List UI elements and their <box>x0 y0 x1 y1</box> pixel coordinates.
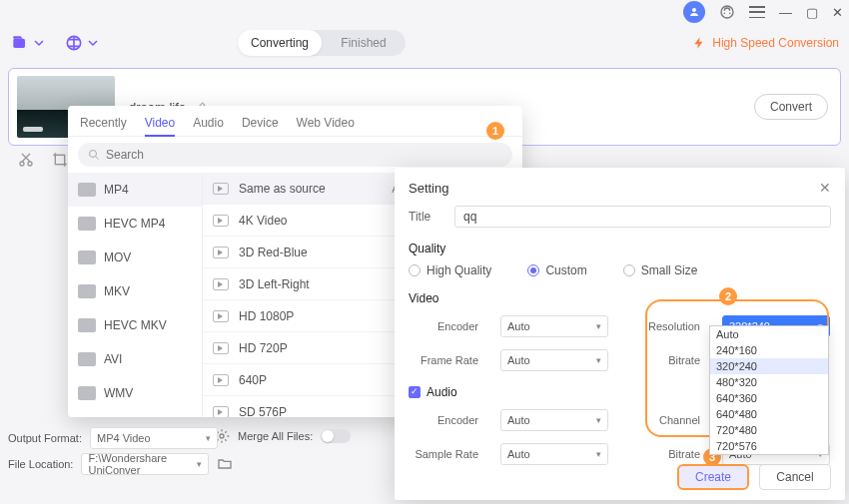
tab-recently[interactable]: Recently <box>80 116 127 130</box>
radio-custom[interactable]: Custom <box>527 263 586 277</box>
tab-audio[interactable]: Audio <box>193 116 224 130</box>
file-location-select[interactable]: F:\Wondershare UniConver▾ <box>81 453 209 475</box>
resolution-option[interactable]: 640*360 <box>710 390 828 406</box>
tab-device[interactable]: Device <box>242 116 279 130</box>
resolution-option[interactable]: Auto <box>710 326 828 342</box>
title-field-label: Title <box>409 210 444 224</box>
sidebar-item-wmv[interactable]: WMV <box>68 376 202 410</box>
tab-web-video[interactable]: Web Video <box>297 116 355 130</box>
main-toolbar: Converting Finished High Speed Conversio… <box>0 24 849 62</box>
callout-badge-1: 1 <box>486 122 504 140</box>
radio-high-quality[interactable]: High Quality <box>409 263 491 277</box>
media-item-tools <box>18 152 68 168</box>
resolution-option[interactable]: 240*160 <box>710 342 828 358</box>
framerate-label: Frame Rate <box>409 354 478 366</box>
radio-small-size[interactable]: Small Size <box>623 263 698 277</box>
file-location-label: File Location: <box>8 458 73 470</box>
audio-section-label: Audio <box>426 385 457 399</box>
tab-finished[interactable]: Finished <box>322 30 406 56</box>
sidebar-item-mov[interactable]: MOV <box>68 241 202 274</box>
preset-label: SD 576P <box>239 405 287 418</box>
video-section-label: Video <box>409 291 831 305</box>
window-maximize-button[interactable]: ▢ <box>806 5 818 20</box>
window-titlebar: — ▢ ✕ <box>0 0 849 24</box>
chevron-down-icon <box>34 38 44 48</box>
preset-icon <box>213 406 229 418</box>
resolution-label: Resolution <box>630 320 700 332</box>
select-value: Auto <box>507 354 530 366</box>
sidebar-item-label: WMV <box>104 386 133 400</box>
svg-point-5 <box>28 162 32 166</box>
chevron-down-icon <box>88 38 98 48</box>
svg-point-0 <box>692 8 696 12</box>
sidebar-item-hevc-mp4[interactable]: HEVC MP4 <box>68 207 202 241</box>
preset-label: Same as source <box>239 182 326 196</box>
select-value: Auto <box>507 448 530 460</box>
preset-label: 4K Video <box>239 214 288 228</box>
audio-encoder-select[interactable]: Auto▾ <box>500 409 608 431</box>
format-category-tabs: Recently Video Audio Device Web Video <box>68 106 522 137</box>
sidebar-item-mp4[interactable]: MP4 <box>68 173 202 207</box>
preset-label: 3D Red-Blue <box>239 246 308 259</box>
callout-badge-2: 2 <box>719 287 737 305</box>
user-avatar-button[interactable] <box>683 1 705 23</box>
preset-label: HD 1080P <box>239 309 294 323</box>
sidebar-item-label: HEVC MKV <box>104 318 167 332</box>
output-format-select[interactable]: MP4 Video▾ <box>90 427 218 449</box>
add-file-button[interactable] <box>10 33 44 53</box>
framerate-select[interactable]: Auto▾ <box>500 349 608 371</box>
samplerate-label: Sample Rate <box>409 448 478 460</box>
preset-label: 3D Left-Right <box>239 277 310 291</box>
file-location-value: F:\Wondershare UniConver <box>88 452 197 476</box>
svg-rect-2 <box>13 39 25 48</box>
search-icon <box>88 149 100 161</box>
sidebar-item-avi[interactable]: AVI <box>68 342 202 376</box>
svg-rect-6 <box>55 155 64 164</box>
hamburger-menu-icon[interactable] <box>749 6 765 18</box>
resolution-option[interactable]: 720*480 <box>710 422 828 438</box>
cancel-button[interactable]: Cancel <box>759 464 831 490</box>
tab-video[interactable]: Video <box>145 116 175 137</box>
sidebar-item-label: AVI <box>104 352 122 366</box>
preset-icon <box>213 278 229 290</box>
trim-icon[interactable] <box>18 152 34 168</box>
create-button[interactable]: Create <box>677 464 749 490</box>
sidebar-item-label: MP4 <box>104 183 129 197</box>
resolution-option[interactable]: 320*240 <box>710 358 828 374</box>
encoder-label: Encoder <box>409 320 478 332</box>
preset-icon <box>213 310 229 322</box>
close-icon[interactable]: ✕ <box>819 180 831 196</box>
tab-converting[interactable]: Converting <box>238 30 322 56</box>
samplerate-select[interactable]: Auto▾ <box>500 443 608 465</box>
settings-title: Setting <box>409 181 448 196</box>
resolution-option[interactable]: 480*320 <box>710 374 828 390</box>
sidebar-item-label: HEVC MP4 <box>104 217 165 231</box>
window-close-button[interactable]: ✕ <box>832 5 843 20</box>
high-speed-label: High Speed Conversion <box>712 36 839 50</box>
video-encoder-select[interactable]: Auto▾ <box>500 315 608 337</box>
output-format-value: MP4 Video <box>97 432 151 444</box>
open-folder-button[interactable] <box>217 456 233 472</box>
resolution-option[interactable]: 720*576 <box>710 438 828 454</box>
crop-icon[interactable] <box>52 152 68 168</box>
window-minimize-button[interactable]: — <box>779 5 792 20</box>
format-search-input[interactable] <box>106 143 502 167</box>
quality-section-label: Quality <box>409 242 831 255</box>
audio-checkbox[interactable] <box>409 386 421 398</box>
sidebar-item-label: MKV <box>104 284 130 298</box>
audio-bitrate-label: Bitrate <box>630 448 700 460</box>
preset-icon <box>213 215 229 227</box>
preset-icon <box>213 342 229 354</box>
channel-label: Channel <box>630 414 700 426</box>
sidebar-item-label: MOV <box>104 251 131 264</box>
preset-label: 640P <box>239 373 267 387</box>
resolution-option[interactable]: 640*480 <box>710 406 828 422</box>
title-input[interactable] <box>454 206 831 228</box>
sidebar-item-mkv[interactable]: MKV <box>68 274 202 308</box>
convert-button[interactable]: Convert <box>754 94 828 120</box>
add-url-button[interactable] <box>64 33 98 53</box>
format-search-box[interactable] <box>78 143 512 167</box>
sidebar-item-hevc-mkv[interactable]: HEVC MKV <box>68 308 202 342</box>
high-speed-toggle[interactable]: High Speed Conversion <box>692 36 839 50</box>
support-icon[interactable] <box>719 4 735 20</box>
